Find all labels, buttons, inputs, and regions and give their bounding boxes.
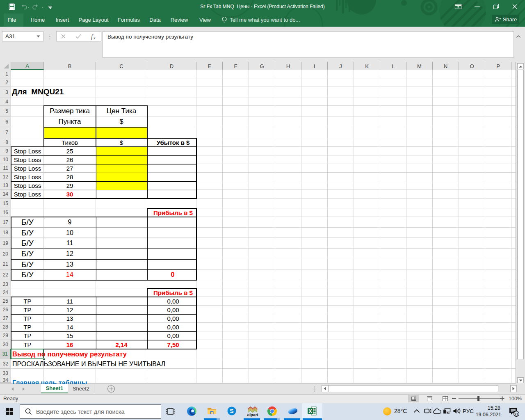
- svg-text:alpari: alpari: [247, 413, 258, 417]
- svg-text:S: S: [230, 408, 233, 414]
- svg-text:x: x: [93, 36, 96, 40]
- svg-text:X: X: [308, 408, 312, 414]
- svg-text:21: 21: [514, 412, 518, 416]
